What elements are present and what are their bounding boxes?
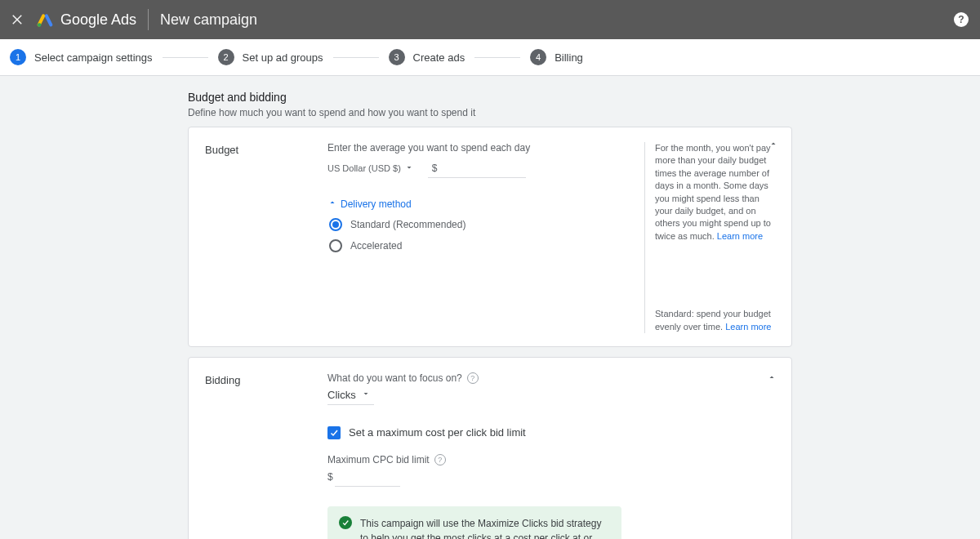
bid-focus-label: What do you want to focus on? ? bbox=[327, 372, 767, 384]
help-icon[interactable]: ? bbox=[434, 454, 446, 466]
checkbox-label: Set a maximum cost per click bid limit bbox=[349, 426, 526, 439]
max-cpc-input[interactable] bbox=[335, 467, 400, 487]
daily-budget-input[interactable] bbox=[428, 158, 526, 178]
section-sub: Define how much you want to spend and ho… bbox=[188, 107, 792, 118]
currency-symbol: $ bbox=[327, 471, 333, 483]
step-connector bbox=[163, 57, 208, 58]
radio-label: Accelerated bbox=[350, 240, 402, 252]
step-number: 3 bbox=[389, 49, 405, 65]
step-connector bbox=[333, 57, 379, 58]
collapse-icon[interactable] bbox=[767, 372, 777, 385]
svg-point-2 bbox=[38, 23, 42, 27]
bidding-card: Bidding What do you want to focus on? ? … bbox=[188, 357, 792, 539]
close-icon[interactable] bbox=[10, 12, 24, 27]
campaign-stepper: 1 Select campaign settings 2 Set up ad g… bbox=[0, 39, 980, 76]
step-connector bbox=[474, 57, 520, 58]
app-header: Google Ads New campaign ? bbox=[0, 0, 980, 39]
check-circle-icon bbox=[339, 516, 352, 529]
budget-side-text: For the month, you won't pay more than y… bbox=[655, 142, 775, 243]
currency-symbol: $ bbox=[432, 163, 438, 174]
step-label: Create ads bbox=[413, 51, 466, 64]
collapse-icon[interactable] bbox=[768, 139, 778, 152]
step-4[interactable]: 4 Billing bbox=[530, 49, 583, 65]
step-number: 4 bbox=[530, 49, 546, 65]
chevron-down-icon bbox=[404, 163, 414, 174]
google-ads-logo: Google Ads bbox=[36, 11, 136, 29]
radio-label: Standard (Recommended) bbox=[350, 219, 466, 230]
page-content: Budget and bidding Define how much you w… bbox=[188, 91, 792, 539]
section-heading: Budget and bidding bbox=[188, 91, 792, 104]
max-cpc-checkbox-row[interactable]: Set a maximum cost per click bid limit bbox=[327, 426, 767, 439]
bid-focus-select[interactable]: Clicks bbox=[327, 385, 374, 405]
header-divider bbox=[148, 9, 149, 30]
delivery-method-toggle[interactable]: Delivery method bbox=[327, 198, 636, 210]
delivery-side-text: Standard: spend your budget evenly over … bbox=[655, 308, 775, 333]
currency-select[interactable]: US Dollar (USD $) bbox=[327, 163, 414, 174]
learn-more-link[interactable]: Learn more bbox=[725, 322, 771, 332]
brand-google: Google bbox=[60, 11, 108, 29]
brand-ads: Ads bbox=[111, 11, 136, 29]
bid-focus-value: Clicks bbox=[327, 389, 356, 401]
step-label: Set up ad groups bbox=[243, 51, 323, 64]
chevron-down-icon bbox=[361, 389, 371, 401]
step-number: 1 bbox=[10, 49, 26, 65]
page-title: New campaign bbox=[160, 11, 257, 29]
budget-card: Budget Enter the average you want to spe… bbox=[188, 127, 792, 347]
budget-hint: Enter the average you want to spend each… bbox=[327, 142, 636, 154]
delivery-accelerated-option[interactable]: Accelerated bbox=[329, 239, 636, 252]
checkbox-checked-icon bbox=[327, 426, 341, 439]
help-icon[interactable]: ? bbox=[467, 372, 479, 384]
delivery-method-label: Delivery method bbox=[341, 198, 412, 210]
step-label: Billing bbox=[555, 51, 583, 64]
info-text: This campaign will use the Maximize Clic… bbox=[360, 516, 610, 539]
step-1[interactable]: 1 Select campaign settings bbox=[10, 49, 153, 65]
chevron-up-icon bbox=[327, 198, 337, 210]
step-number: 2 bbox=[218, 49, 234, 65]
bid-strategy-info: This campaign will use the Maximize Clic… bbox=[327, 506, 621, 539]
step-2[interactable]: 2 Set up ad groups bbox=[218, 49, 323, 65]
help-icon[interactable]: ? bbox=[954, 12, 969, 27]
step-3[interactable]: 3 Create ads bbox=[389, 49, 466, 65]
radio-unchecked-icon bbox=[329, 239, 342, 252]
currency-label: US Dollar (USD $) bbox=[327, 163, 401, 173]
budget-title: Budget bbox=[205, 142, 327, 333]
delivery-method-radios: Standard (Recommended) Accelerated bbox=[329, 218, 636, 252]
max-cpc-label: Maximum CPC bid limit ? bbox=[327, 454, 767, 466]
learn-more-link[interactable]: Learn more bbox=[717, 231, 763, 241]
step-label: Select campaign settings bbox=[34, 51, 153, 64]
ads-logo-icon bbox=[36, 11, 54, 29]
bidding-title: Bidding bbox=[205, 372, 327, 539]
radio-checked-icon bbox=[329, 218, 342, 231]
delivery-standard-option[interactable]: Standard (Recommended) bbox=[329, 218, 636, 231]
